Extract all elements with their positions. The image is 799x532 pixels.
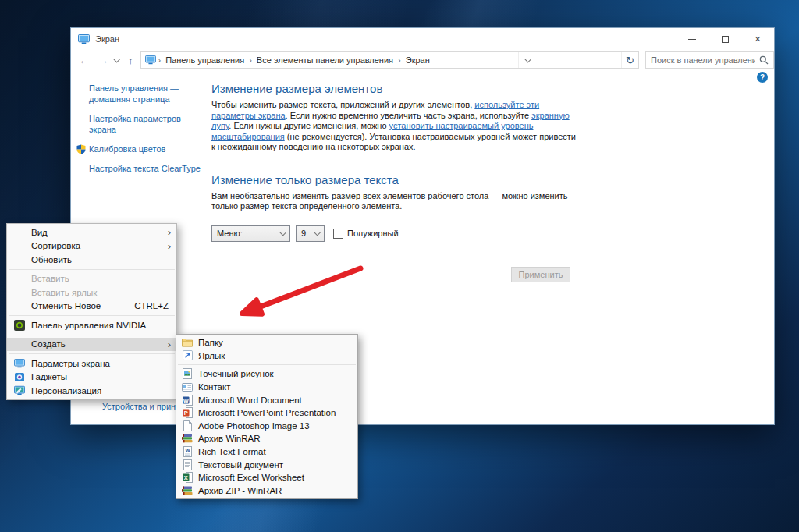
- menu-item-view[interactable]: Вид ›: [7, 225, 176, 239]
- submenu-item-photoshop[interactable]: Adobe Photoshop Image 13: [176, 420, 357, 433]
- refresh-icon: ↻: [626, 55, 634, 66]
- winrar-icon: [176, 433, 198, 444]
- submenu-item-winrar-archive[interactable]: Архив WinRAR: [176, 432, 357, 445]
- submenu-arrow-icon: ›: [168, 339, 171, 349]
- breadcrumb-separator: ›: [247, 55, 254, 65]
- submenu-item-folder[interactable]: Папку: [176, 336, 357, 349]
- back-button[interactable]: ←: [74, 55, 94, 66]
- navigation-toolbar: ← → ↑ › Панель управления › Все элементы…: [71, 50, 774, 70]
- uac-shield-icon: [76, 144, 86, 154]
- menu-separator: [9, 353, 175, 354]
- folder-icon: [176, 338, 198, 347]
- menu-separator: [9, 269, 175, 270]
- submenu-item-bitmap[interactable]: Точечный рисунок: [176, 367, 357, 381]
- forward-button[interactable]: →: [94, 55, 113, 66]
- powerpoint-icon: P: [176, 407, 198, 418]
- close-button[interactable]: ×: [741, 28, 774, 50]
- main-content: Изменение размера элементов Чтобы измени…: [211, 82, 578, 282]
- submenu-arrow-icon: ›: [168, 241, 171, 251]
- title-bar[interactable]: Экран ×: [71, 28, 774, 50]
- bitmap-image-icon: [176, 368, 198, 379]
- sidebar-link-home[interactable]: Панель управления — домашняя страница: [89, 83, 210, 105]
- minimize-icon: [688, 39, 696, 40]
- minimize-button[interactable]: [676, 28, 708, 50]
- search-input[interactable]: [646, 55, 759, 65]
- help-icon: ?: [760, 73, 765, 82]
- resize-elements-paragraph: Чтобы изменить размер текста, приложений…: [211, 100, 578, 153]
- winrar-zip-icon: [176, 485, 198, 496]
- maximize-button[interactable]: [708, 28, 741, 50]
- svg-text:X: X: [183, 474, 187, 481]
- svg-text:W: W: [183, 396, 189, 403]
- excel-icon: X: [176, 472, 198, 483]
- item-select-value: Меню:: [217, 229, 243, 238]
- window-title: Экран: [95, 34, 119, 44]
- chevron-down-icon: [314, 229, 320, 236]
- new-submenu: Папку Ярлык Точечный рисунок Контакт W M: [176, 334, 358, 499]
- menu-item-gadgets[interactable]: Гаджеты: [7, 371, 176, 385]
- up-button[interactable]: ↑: [123, 55, 139, 66]
- menu-item-paste-shortcut[interactable]: Вставить ярлык: [7, 286, 176, 300]
- search-box[interactable]: [645, 51, 774, 69]
- menu-item-nvidia-control-panel[interactable]: Панель управления NVIDIA: [7, 318, 176, 332]
- rich-text-icon: W: [176, 446, 198, 457]
- submenu-item-rich-text[interactable]: W Rich Text Format: [176, 445, 357, 459]
- chevron-down-icon: [524, 56, 531, 62]
- menu-item-new[interactable]: Создать ›: [7, 338, 176, 352]
- recent-pages-chevron-icon[interactable]: [113, 56, 119, 62]
- close-icon: ×: [755, 33, 761, 45]
- word-icon: W: [176, 395, 198, 406]
- help-button[interactable]: ?: [757, 72, 768, 83]
- refresh-button[interactable]: ↻: [621, 52, 638, 68]
- submenu-item-word[interactable]: W Microsoft Word Document: [176, 393, 357, 406]
- gadgets-icon: [7, 371, 31, 382]
- menu-shortcut: CTRL+Z: [134, 301, 169, 310]
- sidebar-link-display-settings[interactable]: Настройка параметров экрана: [89, 113, 210, 135]
- submenu-item-shortcut[interactable]: Ярлык: [176, 349, 357, 363]
- apply-button[interactable]: Применить: [511, 267, 570, 282]
- address-dropdown-button[interactable]: [518, 52, 535, 68]
- breadcrumb-control-panel[interactable]: Панель управления: [162, 55, 247, 65]
- desktop-wallpaper: Экран × ← → ↑ › Панель управления › Все …: [0, 0, 799, 532]
- bold-checkbox-group[interactable]: Полужирный: [333, 229, 399, 239]
- submenu-item-contact[interactable]: Контакт: [176, 381, 357, 394]
- bold-checkbox-label: Полужирный: [347, 229, 399, 238]
- bold-checkbox[interactable]: [333, 229, 343, 239]
- sidebar-link-color-calibration[interactable]: Калибровка цветов: [89, 144, 165, 154]
- submenu-arrow-icon: ›: [168, 227, 171, 237]
- display-icon: [7, 359, 31, 368]
- address-bar[interactable]: › Панель управления › Все элементы панел…: [140, 51, 639, 69]
- section-heading-text-size-only: Изменение только размера текста: [211, 173, 578, 186]
- breadcrumb-separator: ›: [396, 55, 403, 65]
- item-select[interactable]: Меню:: [211, 225, 290, 242]
- search-icon: [759, 55, 769, 65]
- font-size-select[interactable]: 9: [296, 225, 325, 242]
- breadcrumb-display[interactable]: Экран: [403, 55, 433, 65]
- desktop-context-menu: Вид › Сортировка › Обновить Вставить Вст…: [6, 223, 177, 400]
- menu-item-undo-new[interactable]: Отменить Новое CTRL+Z: [7, 300, 176, 314]
- breadcrumb-all-items[interactable]: Все элементы панели управления: [254, 55, 396, 65]
- breadcrumb-separator: ›: [156, 55, 162, 65]
- submenu-item-powerpoint[interactable]: P Microsoft PowerPoint Presentation: [176, 406, 357, 420]
- menu-separator: [9, 335, 175, 335]
- breadcrumb-display-icon: [145, 55, 156, 65]
- text-size-controls: Меню: 9 Полужирный: [211, 225, 578, 242]
- menu-separator: [178, 364, 356, 365]
- submenu-item-text-document[interactable]: Текстовый документ: [176, 458, 357, 471]
- menu-item-refresh[interactable]: Обновить: [7, 253, 176, 267]
- svg-text:W: W: [185, 448, 190, 453]
- sidebar-link-cleartype[interactable]: Настройка текста ClearType: [89, 163, 210, 174]
- menu-item-personalization[interactable]: Персонализация: [7, 384, 176, 398]
- red-annotation-arrow: [225, 259, 369, 325]
- menu-item-paste[interactable]: Вставить: [7, 272, 176, 286]
- submenu-item-excel[interactable]: X Microsoft Excel Worksheet: [176, 471, 357, 484]
- submenu-item-zip-winrar[interactable]: Архив ZIP - WinRAR: [176, 484, 357, 498]
- menu-item-sort[interactable]: Сортировка ›: [7, 239, 176, 254]
- personalization-icon: [7, 385, 31, 395]
- nvidia-icon: [7, 320, 31, 331]
- menu-separator: [9, 315, 175, 316]
- menu-item-display-settings[interactable]: Параметры экрана: [7, 356, 176, 371]
- svg-text:P: P: [183, 410, 187, 417]
- maximize-icon: [722, 36, 729, 43]
- text-size-paragraph: Вам необязательно изменять размер всех э…: [211, 191, 578, 212]
